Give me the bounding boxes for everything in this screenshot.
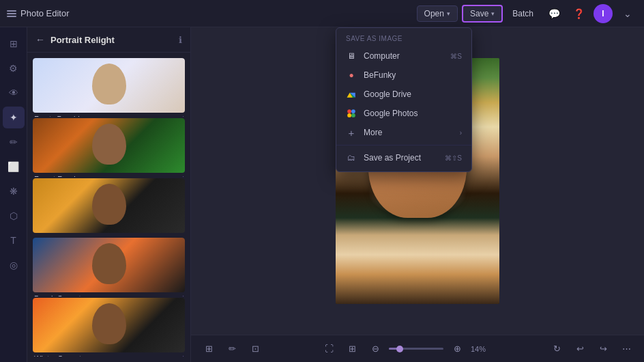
list-item[interactable]: Beach Sunset Ai <box>33 238 185 296</box>
face-shape <box>92 303 126 344</box>
preset-label: Winter Sunset Ai <box>33 352 185 357</box>
face-shape <box>92 184 126 225</box>
svg-point-6 <box>351 113 355 117</box>
preset-label: Beach Sunset Ai <box>33 292 185 296</box>
presets-list: Frosty Bayside Ai Forest Road Ai <box>27 53 190 362</box>
batch-button[interactable]: Batch <box>507 6 539 21</box>
zoom-out-button[interactable]: ⊖ <box>366 339 385 359</box>
help-icon-button[interactable]: ❓ <box>569 4 588 23</box>
rotate-cw-button[interactable]: ↻ <box>547 339 566 359</box>
user-avatar-button[interactable]: I <box>594 4 613 23</box>
left-panel: ← Portrait Relight ℹ Frosty Bayside Ai <box>27 27 191 362</box>
topbar: Photo Editor Open ▾ Save ▾ Batch 💬 ❓ I ⌄ <box>0 0 644 27</box>
main-layout: ⊞ ⚙ 👁 ✦ ✏ ⬜ ❋ ⬡ T ◎ ← Portrait Relight ℹ… <box>0 27 644 362</box>
toolbar-left: ⊞ ✏ ⊡ <box>199 339 265 359</box>
panel-back-button[interactable]: ← <box>35 34 45 45</box>
save-gphotos-label: Google Photos <box>364 109 462 118</box>
dropdown-header: Save as Image <box>336 32 471 46</box>
save-project-label: Save as Project <box>364 153 438 163</box>
preset-label: Frosty Bayside Ai <box>33 113 185 117</box>
dropdown-divider <box>336 145 471 145</box>
save-project-shortcut: ⌘⇧S <box>445 154 462 162</box>
preset-label: Desert Sunset Ai <box>33 233 185 237</box>
icon-bar: ⊞ ⚙ 👁 ✦ ✏ ⬜ ❋ ⬡ T ◎ <box>0 27 27 362</box>
effects-icon-button[interactable]: ✦ <box>3 107 25 128</box>
save-more-label: More <box>364 128 453 137</box>
face-shape <box>92 243 126 284</box>
preset-thumbnail-beach <box>33 238 185 292</box>
svg-point-3 <box>347 109 351 113</box>
save-project-item[interactable]: 🗂 Save as Project ⌘⇧S <box>336 148 471 167</box>
zoom-slider[interactable] <box>389 348 443 350</box>
brush-icon-button[interactable]: ✏ <box>3 131 25 153</box>
preset-thumbnail-desert <box>33 178 185 233</box>
save-computer-item[interactable]: 🖥 Computer ⌘S <box>336 46 471 66</box>
frames-icon-button[interactable]: ⬜ <box>3 156 25 178</box>
save-computer-label: Computer <box>364 51 443 61</box>
chat-icon-button[interactable]: 💬 <box>544 4 564 23</box>
zoom-label: 14% <box>471 345 493 353</box>
canvas-toolbar: ⊞ ✏ ⊡ ⛶ ⊞ ⊖ ⊕ 14% ↻ ↩ ↪ <box>191 335 644 362</box>
app-title: Photo Editor <box>20 8 70 18</box>
list-item[interactable]: Desert Sunset Ai <box>33 178 185 237</box>
edit-toolbar-button[interactable]: ✏ <box>222 339 241 359</box>
save-gphotos-item[interactable]: Google Photos <box>336 104 471 123</box>
computer-icon: 🖥 <box>346 51 357 61</box>
save-computer-shortcut: ⌘S <box>450 53 462 60</box>
preset-thumbnail-forest <box>33 118 185 173</box>
save-befunky-label: BeFunky <box>364 70 462 80</box>
save-button[interactable]: Save ▾ <box>462 5 503 23</box>
grid-toolbar-button[interactable]: ⊡ <box>246 339 265 359</box>
redo-button[interactable]: ↪ <box>594 339 613 359</box>
more-options-button[interactable]: ⋯ <box>617 339 636 359</box>
save-dropdown-menu: Save as Image 🖥 Computer ⌘S ● BeFunky Go… <box>336 27 472 172</box>
face-shape <box>92 64 126 105</box>
befunky-icon: ● <box>346 70 357 81</box>
shapes-icon-button[interactable]: ❋ <box>3 180 25 202</box>
list-item[interactable]: Winter Sunset Ai <box>33 298 185 357</box>
save-more-item[interactable]: + More › <box>336 123 471 142</box>
save-gdrive-label: Google Drive <box>364 89 462 99</box>
topbar-right: 💬 ❓ I ⌄ <box>544 4 637 23</box>
undo-button[interactable]: ↩ <box>570 339 589 359</box>
zoom-in-button[interactable]: ⊕ <box>448 339 467 359</box>
more-icon: + <box>346 127 357 138</box>
actual-size-button[interactable]: ⊞ <box>342 339 362 359</box>
topbar-left: Photo Editor <box>7 8 411 18</box>
open-chevron-icon: ▾ <box>447 10 450 17</box>
fit-screen-button[interactable]: ⛶ <box>319 339 338 359</box>
save-project-icon: 🗂 <box>346 152 357 163</box>
toolbar-right: ↻ ↩ ↪ ⋯ <box>547 339 636 359</box>
save-befunky-item[interactable]: ● BeFunky <box>336 66 471 85</box>
more-arrow-icon: › <box>460 129 462 137</box>
toolbar-center: ⛶ ⊞ ⊖ ⊕ 14% <box>319 339 493 359</box>
list-item[interactable]: Frosty Bayside Ai <box>33 58 185 117</box>
hamburger-menu-icon[interactable] <box>7 10 16 17</box>
eye-icon-button[interactable]: 👁 <box>3 82 25 104</box>
save-gdrive-item[interactable]: Google Drive <box>336 85 471 104</box>
zoom-thumb[interactable] <box>396 346 403 352</box>
topbar-center: Open ▾ Save ▾ Batch <box>417 5 539 23</box>
panel-title: Portrait Relight <box>50 35 173 45</box>
misc-icon-button[interactable]: ◎ <box>3 254 25 276</box>
layers-toolbar-button[interactable]: ⊞ <box>199 339 218 359</box>
svg-point-5 <box>347 113 351 117</box>
save-chevron-icon: ▾ <box>491 10 495 17</box>
preset-thumbnail-frosty <box>33 58 185 113</box>
camera-icon-button[interactable]: ⬡ <box>3 205 25 227</box>
google-photos-icon <box>346 108 357 119</box>
svg-point-4 <box>351 109 355 113</box>
zoom-track <box>389 348 443 350</box>
panel-header: ← Portrait Relight ℹ <box>27 27 190 53</box>
layers-icon-button[interactable]: ⊞ <box>3 33 25 55</box>
text-icon-button[interactable]: T <box>3 229 25 251</box>
list-item[interactable]: Forest Road Ai <box>33 118 185 177</box>
panel-info-button[interactable]: ℹ <box>179 35 182 45</box>
google-drive-icon <box>346 89 357 100</box>
preset-label: Forest Road Ai <box>33 173 185 177</box>
preset-thumbnail-winter <box>33 298 185 352</box>
adjustments-icon-button[interactable]: ⚙ <box>3 57 25 79</box>
open-button[interactable]: Open ▾ <box>417 5 458 22</box>
expand-icon-button[interactable]: ⌄ <box>618 4 637 23</box>
face-shape <box>92 124 126 165</box>
